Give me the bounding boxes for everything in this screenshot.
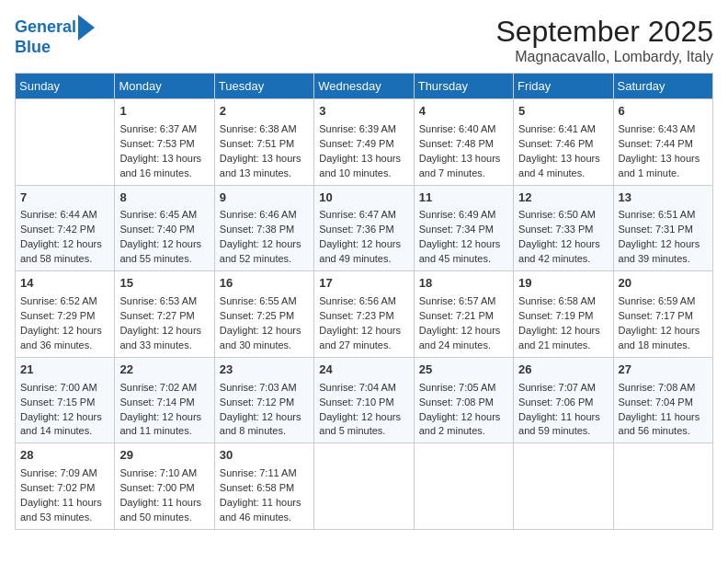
day-number: 15 xyxy=(119,275,209,293)
day-number: 5 xyxy=(518,103,608,121)
daylight-minutes: and 24 minutes. xyxy=(419,339,491,350)
sunrise-time: Sunrise: 7:03 AM xyxy=(220,382,297,393)
calendar-cell: 4Sunrise: 6:40 AMSunset: 7:48 PMDaylight… xyxy=(414,99,513,186)
weekday-header: Friday xyxy=(514,74,613,99)
daylight-hours: Daylight: 12 hours xyxy=(518,325,600,336)
calendar-week-row: 21Sunrise: 7:00 AMSunset: 7:15 PMDayligh… xyxy=(16,357,713,443)
day-number: 26 xyxy=(518,362,608,379)
sunset-time: Sunset: 7:15 PM xyxy=(20,396,95,408)
title-block: September 2025 Magnacavallo, Lombardy, I… xyxy=(495,15,713,65)
sunrise-time: Sunrise: 7:00 AM xyxy=(20,382,97,393)
daylight-hours: Daylight: 12 hours xyxy=(119,325,201,336)
daylight-minutes: and 4 minutes. xyxy=(518,167,585,178)
daylight-minutes: and 21 minutes. xyxy=(518,339,590,350)
sunrise-time: Sunrise: 6:57 AM xyxy=(419,295,496,306)
sunset-time: Sunset: 7:19 PM xyxy=(518,310,593,321)
daylight-hours: Daylight: 12 hours xyxy=(419,411,501,422)
sunset-time: Sunset: 7:27 PM xyxy=(119,310,194,321)
calendar-table: SundayMondayTuesdayWednesdayThursdayFrid… xyxy=(15,73,713,530)
day-number: 18 xyxy=(419,275,508,293)
weekday-header: Monday xyxy=(115,74,214,99)
calendar-cell xyxy=(414,443,513,530)
daylight-minutes: and 11 minutes. xyxy=(119,425,191,436)
sunset-time: Sunset: 7:38 PM xyxy=(220,224,294,235)
day-number: 28 xyxy=(20,447,109,465)
calendar-week-row: 7Sunrise: 6:44 AMSunset: 7:42 PMDaylight… xyxy=(16,185,713,271)
daylight-minutes: and 2 minutes. xyxy=(419,425,485,436)
calendar-week-row: 1Sunrise: 6:37 AMSunset: 7:53 PMDaylight… xyxy=(16,99,713,186)
sunset-time: Sunset: 7:40 PM xyxy=(119,224,194,235)
daylight-hours: Daylight: 12 hours xyxy=(419,325,501,336)
daylight-minutes: and 46 minutes. xyxy=(220,511,291,523)
sunset-time: Sunset: 7:25 PM xyxy=(220,310,294,321)
weekday-header: Wednesday xyxy=(314,74,414,99)
daylight-hours: Daylight: 11 hours xyxy=(220,497,301,508)
sunrise-time: Sunrise: 7:11 AM xyxy=(220,467,297,478)
calendar-cell: 20Sunrise: 6:59 AMSunset: 7:17 PMDayligh… xyxy=(613,271,712,358)
day-number: 3 xyxy=(319,103,408,121)
calendar-cell: 15Sunrise: 6:53 AMSunset: 7:27 PMDayligh… xyxy=(115,271,214,358)
sunrise-time: Sunrise: 7:07 AM xyxy=(518,382,596,393)
sunset-time: Sunset: 7:44 PM xyxy=(619,138,693,149)
page-title: September 2025 xyxy=(495,15,713,49)
calendar-week-row: 14Sunrise: 6:52 AMSunset: 7:29 PMDayligh… xyxy=(16,271,713,358)
day-number: 4 xyxy=(419,103,508,121)
daylight-minutes: and 42 minutes. xyxy=(518,253,590,264)
daylight-minutes: and 1 minute. xyxy=(619,167,680,178)
sunrise-time: Sunrise: 7:08 AM xyxy=(619,382,696,393)
calendar-cell: 1Sunrise: 6:37 AMSunset: 7:53 PMDaylight… xyxy=(115,99,214,186)
sunrise-time: Sunrise: 6:51 AM xyxy=(619,209,696,220)
day-number: 10 xyxy=(319,190,408,207)
logo-arrow-icon xyxy=(78,15,95,40)
calendar-cell: 6Sunrise: 6:43 AMSunset: 7:44 PMDaylight… xyxy=(613,99,712,186)
calendar-week-row: 28Sunrise: 7:09 AMSunset: 7:02 PMDayligh… xyxy=(16,443,713,530)
day-number: 25 xyxy=(419,362,508,379)
weekday-header: Saturday xyxy=(613,74,712,99)
daylight-hours: Daylight: 12 hours xyxy=(518,238,600,249)
calendar-cell: 21Sunrise: 7:00 AMSunset: 7:15 PMDayligh… xyxy=(16,357,115,443)
daylight-hours: Daylight: 12 hours xyxy=(619,238,700,249)
daylight-hours: Daylight: 13 hours xyxy=(619,153,700,164)
sunset-time: Sunset: 7:51 PM xyxy=(220,138,294,149)
calendar-cell xyxy=(514,443,613,530)
sunset-time: Sunset: 7:21 PM xyxy=(419,310,494,321)
daylight-hours: Daylight: 12 hours xyxy=(220,238,301,249)
day-number: 29 xyxy=(119,447,209,465)
sunset-time: Sunset: 7:42 PM xyxy=(20,224,95,235)
calendar-cell xyxy=(613,443,712,530)
sunset-time: Sunset: 7:10 PM xyxy=(319,396,393,408)
sunrise-time: Sunrise: 6:50 AM xyxy=(518,209,596,220)
day-number: 1 xyxy=(119,103,209,121)
daylight-hours: Daylight: 12 hours xyxy=(119,238,201,249)
daylight-minutes: and 13 minutes. xyxy=(220,167,291,178)
daylight-minutes: and 16 minutes. xyxy=(119,167,191,178)
calendar-cell: 24Sunrise: 7:04 AMSunset: 7:10 PMDayligh… xyxy=(314,357,414,443)
calendar-cell: 22Sunrise: 7:02 AMSunset: 7:14 PMDayligh… xyxy=(115,357,214,443)
daylight-hours: Daylight: 12 hours xyxy=(20,238,102,249)
calendar-cell: 2Sunrise: 6:38 AMSunset: 7:51 PMDaylight… xyxy=(214,99,313,186)
daylight-minutes: and 52 minutes. xyxy=(220,253,291,264)
logo: General Blue xyxy=(15,15,95,57)
daylight-hours: Daylight: 12 hours xyxy=(119,411,201,422)
weekday-header: Sunday xyxy=(16,74,115,99)
sunrise-time: Sunrise: 6:52 AM xyxy=(20,295,97,306)
day-number: 7 xyxy=(20,190,109,207)
daylight-minutes: and 58 minutes. xyxy=(20,253,92,264)
daylight-minutes: and 56 minutes. xyxy=(619,425,690,436)
sunrise-time: Sunrise: 6:58 AM xyxy=(518,295,596,306)
daylight-minutes: and 45 minutes. xyxy=(419,253,491,264)
day-number: 9 xyxy=(220,190,309,207)
daylight-minutes: and 14 minutes. xyxy=(20,425,92,436)
sunset-time: Sunset: 7:48 PM xyxy=(419,138,494,149)
sunrise-time: Sunrise: 6:53 AM xyxy=(119,295,197,306)
sunset-time: Sunset: 7:06 PM xyxy=(518,396,593,408)
weekday-header: Tuesday xyxy=(214,74,313,99)
sunset-time: Sunset: 7:46 PM xyxy=(518,138,593,149)
calendar-cell: 29Sunrise: 7:10 AMSunset: 7:00 PMDayligh… xyxy=(115,443,214,530)
day-number: 11 xyxy=(419,190,508,207)
daylight-minutes: and 49 minutes. xyxy=(319,253,391,264)
calendar-cell xyxy=(16,99,115,186)
sunset-time: Sunset: 7:31 PM xyxy=(619,224,693,235)
sunset-time: Sunset: 7:33 PM xyxy=(518,224,593,235)
calendar-cell: 5Sunrise: 6:41 AMSunset: 7:46 PMDaylight… xyxy=(514,99,613,186)
